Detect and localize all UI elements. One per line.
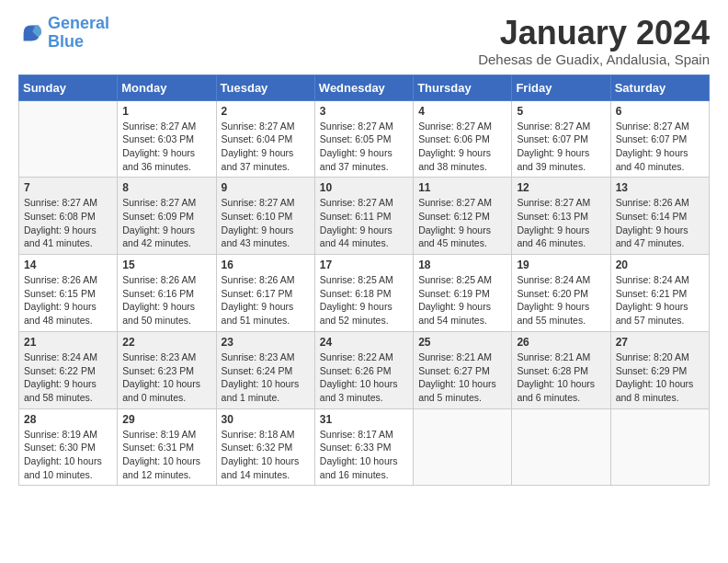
calendar-header-row: SundayMondayTuesdayWednesdayThursdayFrid… (19, 75, 710, 100)
day-number: 9 (222, 181, 310, 194)
day-number: 19 (517, 259, 605, 271)
day-number: 28 (24, 413, 112, 426)
calendar-day-cell: 19Sunrise: 8:24 AMSunset: 6:20 PMDayligh… (512, 255, 610, 332)
location-subtitle: Dehesas de Guadix, Andalusia, Spain (478, 52, 710, 67)
page-header: General Blue January 2024 Dehesas de Gua… (18, 15, 710, 67)
calendar-day-cell: 6Sunrise: 8:27 AMSunset: 6:07 PMDaylight… (610, 100, 709, 178)
day-number: 27 (616, 336, 704, 349)
day-number: 20 (616, 259, 704, 271)
day-number: 26 (517, 336, 605, 349)
day-number: 15 (122, 259, 210, 271)
day-number: 4 (418, 105, 506, 118)
calendar-day-cell: 2Sunrise: 8:27 AMSunset: 6:04 PMDaylight… (216, 100, 314, 178)
calendar-day-cell: 30Sunrise: 8:18 AMSunset: 6:32 PMDayligh… (216, 408, 314, 486)
day-info: Sunrise: 8:24 AMSunset: 6:20 PMDaylight:… (517, 273, 605, 327)
day-number: 30 (222, 413, 310, 426)
day-info: Sunrise: 8:25 AMSunset: 6:19 PMDaylight:… (418, 273, 506, 327)
calendar-day-cell: 8Sunrise: 8:27 AMSunset: 6:09 PMDaylight… (118, 178, 216, 255)
day-number: 8 (122, 181, 210, 194)
day-info: Sunrise: 8:27 AMSunset: 6:04 PMDaylight:… (222, 120, 310, 174)
day-number: 7 (24, 181, 112, 194)
day-info: Sunrise: 8:25 AMSunset: 6:18 PMDaylight:… (320, 273, 408, 327)
day-number: 11 (418, 181, 506, 194)
day-number: 6 (616, 105, 704, 118)
day-number: 12 (517, 181, 605, 194)
logo-text: General Blue (48, 15, 109, 52)
calendar-day-cell: 29Sunrise: 8:19 AMSunset: 6:31 PMDayligh… (118, 408, 216, 486)
calendar-day-cell: 13Sunrise: 8:26 AMSunset: 6:14 PMDayligh… (610, 178, 709, 255)
calendar-day-cell: 1Sunrise: 8:27 AMSunset: 6:03 PMDaylight… (118, 100, 216, 178)
calendar-day-cell: 12Sunrise: 8:27 AMSunset: 6:13 PMDayligh… (512, 178, 610, 255)
calendar-day-cell: 16Sunrise: 8:26 AMSunset: 6:17 PMDayligh… (216, 255, 314, 332)
calendar-day-cell: 7Sunrise: 8:27 AMSunset: 6:08 PMDaylight… (19, 178, 118, 255)
day-info: Sunrise: 8:27 AMSunset: 6:09 PMDaylight:… (122, 196, 210, 250)
calendar-day-cell: 22Sunrise: 8:23 AMSunset: 6:23 PMDayligh… (118, 331, 216, 408)
day-number: 14 (24, 259, 112, 271)
calendar-body: 1Sunrise: 8:27 AMSunset: 6:03 PMDaylight… (19, 100, 710, 486)
day-info: Sunrise: 8:21 AMSunset: 6:27 PMDaylight:… (418, 350, 506, 405)
calendar-day-cell: 26Sunrise: 8:21 AMSunset: 6:28 PMDayligh… (512, 331, 610, 408)
day-info: Sunrise: 8:24 AMSunset: 6:21 PMDaylight:… (616, 273, 704, 327)
weekday-header: Friday (512, 75, 610, 100)
calendar-day-cell: 18Sunrise: 8:25 AMSunset: 6:19 PMDayligh… (414, 255, 512, 332)
weekday-header: Monday (118, 75, 216, 100)
day-info: Sunrise: 8:20 AMSunset: 6:29 PMDaylight:… (616, 350, 704, 405)
calendar-day-cell (610, 408, 709, 486)
day-info: Sunrise: 8:27 AMSunset: 6:07 PMDaylight:… (616, 120, 704, 174)
day-info: Sunrise: 8:26 AMSunset: 6:17 PMDaylight:… (222, 273, 310, 327)
day-info: Sunrise: 8:27 AMSunset: 6:12 PMDaylight:… (418, 196, 506, 250)
weekday-header: Saturday (610, 75, 709, 100)
day-info: Sunrise: 8:24 AMSunset: 6:22 PMDaylight:… (24, 350, 112, 405)
day-info: Sunrise: 8:22 AMSunset: 6:26 PMDaylight:… (320, 350, 408, 405)
calendar-day-cell (19, 100, 118, 178)
calendar-day-cell: 27Sunrise: 8:20 AMSunset: 6:29 PMDayligh… (610, 331, 709, 408)
day-info: Sunrise: 8:27 AMSunset: 6:06 PMDaylight:… (418, 120, 506, 174)
calendar-table: SundayMondayTuesdayWednesdayThursdayFrid… (18, 75, 710, 487)
day-number: 24 (320, 336, 408, 349)
month-year-title: January 2024 (478, 15, 710, 52)
day-info: Sunrise: 8:21 AMSunset: 6:28 PMDaylight:… (517, 350, 605, 405)
day-info: Sunrise: 8:27 AMSunset: 6:10 PMDaylight:… (222, 196, 310, 250)
day-info: Sunrise: 8:26 AMSunset: 6:15 PMDaylight:… (24, 273, 112, 327)
day-info: Sunrise: 8:27 AMSunset: 6:03 PMDaylight:… (122, 120, 210, 174)
day-number: 16 (222, 259, 310, 271)
day-number: 21 (24, 336, 112, 349)
day-info: Sunrise: 8:27 AMSunset: 6:11 PMDaylight:… (320, 196, 408, 250)
calendar-day-cell: 14Sunrise: 8:26 AMSunset: 6:15 PMDayligh… (19, 255, 118, 332)
calendar-day-cell: 3Sunrise: 8:27 AMSunset: 6:05 PMDaylight… (314, 100, 413, 178)
day-number: 22 (122, 336, 210, 349)
calendar-day-cell: 24Sunrise: 8:22 AMSunset: 6:26 PMDayligh… (314, 331, 413, 408)
calendar-day-cell: 31Sunrise: 8:17 AMSunset: 6:33 PMDayligh… (314, 408, 413, 486)
calendar-week-row: 1Sunrise: 8:27 AMSunset: 6:03 PMDaylight… (19, 100, 710, 178)
day-number: 17 (320, 259, 408, 271)
calendar-day-cell: 25Sunrise: 8:21 AMSunset: 6:27 PMDayligh… (414, 331, 512, 408)
day-info: Sunrise: 8:19 AMSunset: 6:30 PMDaylight:… (24, 428, 112, 482)
day-info: Sunrise: 8:27 AMSunset: 6:07 PMDaylight:… (517, 120, 605, 174)
day-info: Sunrise: 8:23 AMSunset: 6:24 PMDaylight:… (222, 350, 310, 405)
calendar-day-cell: 23Sunrise: 8:23 AMSunset: 6:24 PMDayligh… (216, 331, 314, 408)
day-number: 31 (320, 413, 408, 426)
calendar-day-cell: 21Sunrise: 8:24 AMSunset: 6:22 PMDayligh… (19, 331, 118, 408)
day-info: Sunrise: 8:26 AMSunset: 6:16 PMDaylight:… (122, 273, 210, 327)
day-info: Sunrise: 8:23 AMSunset: 6:23 PMDaylight:… (122, 350, 210, 405)
day-number: 5 (517, 105, 605, 118)
day-info: Sunrise: 8:19 AMSunset: 6:31 PMDaylight:… (122, 428, 210, 482)
calendar-title-area: January 2024 Dehesas de Guadix, Andalusi… (478, 15, 710, 67)
day-info: Sunrise: 8:26 AMSunset: 6:14 PMDaylight:… (616, 196, 704, 250)
calendar-week-row: 21Sunrise: 8:24 AMSunset: 6:22 PMDayligh… (19, 331, 710, 408)
weekday-header: Sunday (19, 75, 118, 100)
weekday-header: Wednesday (314, 75, 413, 100)
day-info: Sunrise: 8:18 AMSunset: 6:32 PMDaylight:… (222, 428, 310, 482)
calendar-day-cell: 15Sunrise: 8:26 AMSunset: 6:16 PMDayligh… (118, 255, 216, 332)
calendar-week-row: 28Sunrise: 8:19 AMSunset: 6:30 PMDayligh… (19, 408, 710, 486)
calendar-day-cell: 28Sunrise: 8:19 AMSunset: 6:30 PMDayligh… (19, 408, 118, 486)
calendar-day-cell: 17Sunrise: 8:25 AMSunset: 6:18 PMDayligh… (314, 255, 413, 332)
calendar-day-cell (512, 408, 610, 486)
day-info: Sunrise: 8:27 AMSunset: 6:05 PMDaylight:… (320, 120, 408, 174)
calendar-week-row: 7Sunrise: 8:27 AMSunset: 6:08 PMDaylight… (19, 178, 710, 255)
weekday-header: Tuesday (216, 75, 314, 100)
calendar-week-row: 14Sunrise: 8:26 AMSunset: 6:15 PMDayligh… (19, 255, 710, 332)
calendar-day-cell: 20Sunrise: 8:24 AMSunset: 6:21 PMDayligh… (610, 255, 709, 332)
calendar-day-cell: 5Sunrise: 8:27 AMSunset: 6:07 PMDaylight… (512, 100, 610, 178)
day-number: 23 (222, 336, 310, 349)
